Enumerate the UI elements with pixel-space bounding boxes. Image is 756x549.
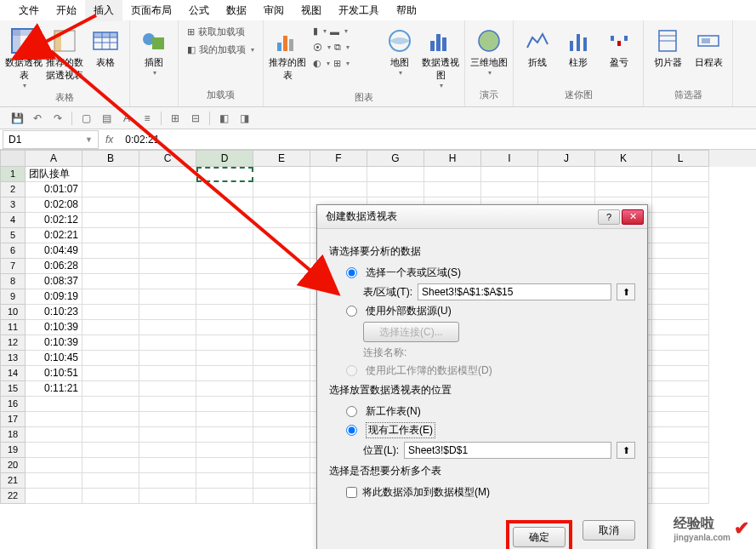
row-header[interactable]: 3 <box>0 197 26 213</box>
cell[interactable]: 0:10:39 <box>26 320 82 335</box>
cell[interactable] <box>253 443 310 458</box>
cell[interactable] <box>139 351 196 366</box>
cell[interactable] <box>139 366 196 381</box>
cell[interactable] <box>139 305 196 320</box>
cell[interactable]: 0:10:23 <box>26 305 82 320</box>
cell[interactable] <box>196 397 253 412</box>
cell[interactable] <box>82 305 139 320</box>
dialog-titlebar[interactable]: 创建数据透视表 ? ✕ <box>317 205 647 229</box>
cell[interactable] <box>82 182 139 197</box>
cell[interactable] <box>139 381 196 397</box>
cell[interactable] <box>652 289 709 305</box>
menu-开始[interactable]: 开始 <box>48 0 85 21</box>
cell[interactable] <box>652 412 709 427</box>
cell[interactable] <box>139 167 196 182</box>
cell[interactable] <box>652 489 709 504</box>
cell[interactable] <box>139 412 196 427</box>
menu-插入[interactable]: 插入 <box>85 0 122 21</box>
cell[interactable] <box>139 259 196 274</box>
cell[interactable] <box>652 259 709 274</box>
table-button[interactable]: 表格 <box>87 24 124 69</box>
qat-item[interactable]: ≡ <box>140 112 154 125</box>
sparkline-column-button[interactable]: 柱形 <box>560 24 597 69</box>
ok-button[interactable]: 确定 <box>513 527 566 547</box>
cell[interactable] <box>139 197 196 213</box>
cell[interactable] <box>196 366 253 381</box>
cell[interactable] <box>196 351 253 366</box>
row-header[interactable]: 10 <box>0 305 26 320</box>
cell[interactable] <box>139 427 196 443</box>
cell[interactable]: 0:08:37 <box>26 274 82 289</box>
recommended-charts-button[interactable]: 推荐的图表 <box>269 24 306 82</box>
cell[interactable] <box>82 213 139 228</box>
cell[interactable] <box>82 289 139 305</box>
row-header[interactable]: 13 <box>0 351 26 366</box>
cell[interactable] <box>82 320 139 335</box>
cell[interactable] <box>196 443 253 458</box>
cell[interactable] <box>196 427 253 443</box>
cell[interactable] <box>253 259 310 274</box>
cell[interactable] <box>82 167 139 182</box>
cell[interactable]: 0:02:21 <box>26 228 82 243</box>
qat-item[interactable]: ◨ <box>237 112 251 125</box>
cell[interactable] <box>367 167 424 182</box>
cell[interactable] <box>196 381 253 397</box>
cell[interactable] <box>26 397 82 412</box>
illustrations-button[interactable]: 插图▾ <box>135 24 173 77</box>
qat-item[interactable]: ⊟ <box>189 112 202 125</box>
cell[interactable] <box>652 213 709 228</box>
cell[interactable] <box>82 458 139 473</box>
menu-帮助[interactable]: 帮助 <box>388 0 425 21</box>
range-input[interactable] <box>418 283 611 300</box>
cell[interactable] <box>595 167 652 182</box>
col-header-F[interactable]: F <box>310 150 367 167</box>
cell[interactable] <box>652 473 709 489</box>
cell[interactable] <box>196 458 253 473</box>
cell[interactable] <box>253 351 310 366</box>
row-header[interactable]: 2 <box>0 182 26 197</box>
cell[interactable]: 0:09:19 <box>26 289 82 305</box>
col-header-K[interactable]: K <box>595 150 652 167</box>
col-header-J[interactable]: J <box>538 150 595 167</box>
cell[interactable] <box>139 213 196 228</box>
qat-save-icon[interactable]: 💾 <box>10 112 24 125</box>
cell[interactable] <box>82 197 139 213</box>
row-header[interactable]: 21 <box>0 473 26 489</box>
cell[interactable] <box>196 259 253 274</box>
cell[interactable] <box>652 274 709 289</box>
cell[interactable] <box>253 228 310 243</box>
cell[interactable] <box>652 167 709 182</box>
cell[interactable]: 0:11:21 <box>26 381 82 397</box>
cell[interactable] <box>82 473 139 489</box>
cell[interactable] <box>139 397 196 412</box>
col-header-B[interactable]: B <box>82 150 139 167</box>
radio-new-sheet[interactable] <box>346 406 357 417</box>
3d-map-button[interactable]: 三维地图▾ <box>470 24 508 77</box>
cell[interactable] <box>196 320 253 335</box>
cell[interactable] <box>196 167 253 182</box>
range-ref-button[interactable]: ⬆ <box>617 283 635 300</box>
cell[interactable] <box>82 427 139 443</box>
radio-select-range[interactable] <box>346 267 357 278</box>
row-header[interactable]: 8 <box>0 274 26 289</box>
row-header[interactable]: 16 <box>0 397 26 412</box>
cell[interactable] <box>652 182 709 197</box>
cell[interactable] <box>253 473 310 489</box>
row-header[interactable]: 4 <box>0 213 26 228</box>
menu-视图[interactable]: 视图 <box>293 0 330 21</box>
cell[interactable] <box>82 381 139 397</box>
cancel-button[interactable]: 取消 <box>583 520 635 540</box>
cell[interactable] <box>196 335 253 351</box>
cell[interactable] <box>253 274 310 289</box>
cell[interactable] <box>82 274 139 289</box>
cell[interactable] <box>26 443 82 458</box>
location-ref-button[interactable]: ⬆ <box>617 442 635 459</box>
cell[interactable] <box>82 259 139 274</box>
row-header[interactable]: 14 <box>0 366 26 381</box>
col-header-G[interactable]: G <box>367 150 424 167</box>
cell[interactable] <box>652 443 709 458</box>
col-header-E[interactable]: E <box>253 150 310 167</box>
timeline-button[interactable]: 日程表 <box>690 24 727 69</box>
cell[interactable] <box>139 473 196 489</box>
cell[interactable] <box>652 228 709 243</box>
